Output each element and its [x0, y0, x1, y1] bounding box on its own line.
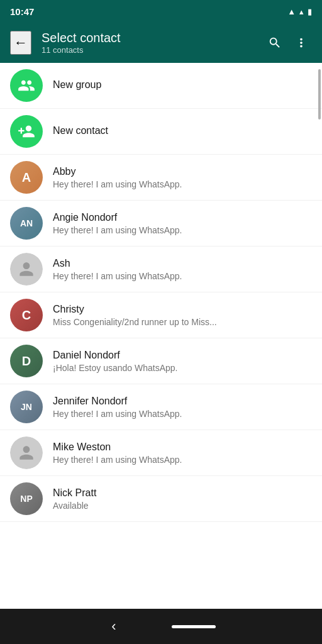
new-contact-avatar [10, 115, 43, 148]
contact-item-abby[interactable]: A Abby Hey there! I am using WhatsApp. [0, 155, 322, 201]
contact-item-christy[interactable]: C Christy Miss Congeniality/2nd runner u… [0, 292, 322, 338]
nav-bar: ‹ [0, 609, 322, 644]
contact-status-christy: Miss Congeniality/2nd runner up to Miss.… [53, 317, 292, 327]
contact-status-nick: Available [53, 501, 292, 511]
contact-status-jennifer: Hey there! I am using WhatsApp. [53, 409, 292, 419]
contact-item-mike[interactable]: Mike Weston Hey there! I am using WhatsA… [0, 430, 322, 476]
contact-info-jennifer: Jennifer Nondorf Hey there! I am using W… [53, 396, 312, 419]
contact-status-daniel: ¡Hola! Estoy usando WhatsApp. [53, 363, 292, 373]
wifi-icon: ▲ [287, 7, 296, 16]
contact-status-ash: Hey there! I am using WhatsApp. [53, 271, 292, 281]
new-group-info: New group [53, 79, 312, 92]
contact-item-jennifer[interactable]: JN Jennifer Nondorf Hey there! I am usin… [0, 384, 322, 430]
search-button[interactable] [264, 32, 286, 53]
contact-name-nick: Nick Pratt [53, 487, 312, 499]
new-group-avatar [10, 69, 43, 102]
more-options-button[interactable] [291, 32, 312, 53]
back-button[interactable]: ← [10, 31, 31, 55]
app-bar-title-section: Select contact 11 contacts [42, 31, 254, 55]
new-contact-label: New contact [53, 125, 312, 136]
app-bar-title: Select contact [42, 31, 254, 45]
scroll-indicator [318, 69, 321, 119]
avatar-daniel: D [10, 345, 43, 377]
contact-name-ash: Ash [53, 258, 312, 269]
new-contact-info: New contact [53, 125, 312, 138]
contact-status-angie: Hey there! I am using WhatsApp. [53, 225, 292, 235]
contact-name-daniel: Daniel Nondorf [53, 350, 312, 361]
home-indicator[interactable] [172, 625, 216, 628]
contact-item-daniel[interactable]: D Daniel Nondorf ¡Hola! Estoy usando Wha… [0, 338, 322, 384]
avatar-nick: NP [10, 482, 43, 515]
contact-list: New group New contact A Abby Hey there! … [0, 63, 322, 609]
new-group-label: New group [53, 79, 312, 91]
contact-info-mike: Mike Weston Hey there! I am using WhatsA… [53, 441, 312, 465]
contact-item-nick[interactable]: NP Nick Pratt Available [0, 476, 322, 522]
contact-name-jennifer: Jennifer Nondorf [53, 396, 312, 407]
avatar-christy: C [10, 299, 43, 331]
status-icons: ▲ ▴ ▮ [287, 7, 312, 16]
avatar-abby: A [10, 161, 43, 194]
contact-info-angie: Angie Nondorf Hey there! I am using What… [53, 212, 312, 235]
contact-info-nick: Nick Pratt Available [53, 487, 312, 511]
status-time: 10:47 [10, 6, 34, 17]
status-bar: 10:47 ▲ ▴ ▮ [0, 0, 322, 23]
nav-back-button[interactable]: ‹ [106, 613, 121, 640]
avatar-angie: AN [10, 207, 43, 240]
battery-icon: ▮ [308, 7, 312, 16]
app-bar: ← Select contact 11 contacts [0, 23, 322, 63]
contact-name-mike: Mike Weston [53, 441, 312, 453]
new-contact-item[interactable]: New contact [0, 109, 322, 155]
avatar-jennifer: JN [10, 391, 43, 423]
contact-status-abby: Hey there! I am using WhatsApp. [53, 179, 292, 189]
contact-info-abby: Abby Hey there! I am using WhatsApp. [53, 166, 312, 189]
app-bar-subtitle: 11 contacts [42, 45, 254, 55]
avatar-ash [10, 253, 43, 286]
new-group-item[interactable]: New group [0, 63, 322, 109]
contact-info-ash: Ash Hey there! I am using WhatsApp. [53, 258, 312, 281]
signal-icon: ▴ [299, 7, 304, 16]
contact-name-abby: Abby [53, 166, 312, 177]
contact-status-mike: Hey there! I am using WhatsApp. [53, 455, 292, 465]
avatar-mike [10, 436, 43, 469]
contact-info-daniel: Daniel Nondorf ¡Hola! Estoy usando Whats… [53, 350, 312, 373]
contact-info-christy: Christy Miss Congeniality/2nd runner up … [53, 304, 312, 327]
app-bar-actions [264, 32, 312, 53]
contact-item-angie[interactable]: AN Angie Nondorf Hey there! I am using W… [0, 201, 322, 247]
contact-name-christy: Christy [53, 304, 312, 315]
contact-name-angie: Angie Nondorf [53, 212, 312, 223]
contact-item-ash[interactable]: Ash Hey there! I am using WhatsApp. [0, 247, 322, 292]
